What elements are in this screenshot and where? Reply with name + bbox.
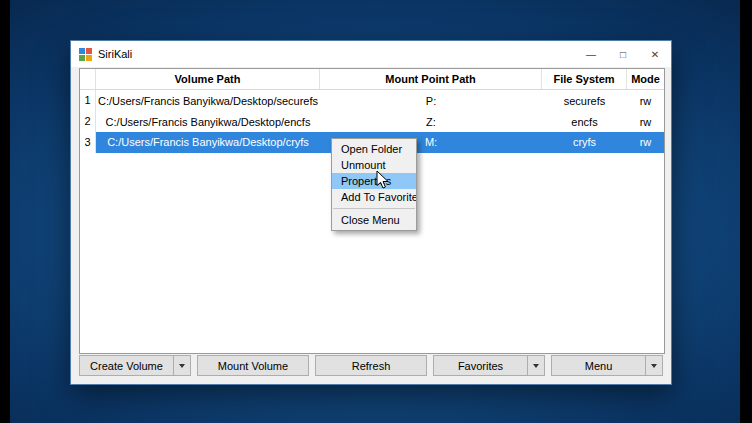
bottom-toolbar: Create Volume Mount Volume Refresh Favor… (79, 355, 663, 376)
header-corner (80, 69, 96, 89)
create-volume-label: Create Volume (80, 360, 173, 372)
close-button[interactable]: ✕ (639, 41, 671, 67)
chevron-down-icon (179, 364, 185, 368)
maximize-button[interactable]: □ (607, 41, 639, 67)
header-mount-point-path[interactable]: Mount Point Path (320, 69, 542, 89)
menu-dropdown[interactable] (645, 356, 662, 375)
window-controls: — □ ✕ (575, 41, 671, 67)
favorites-button[interactable]: Favorites (433, 355, 545, 376)
mount-volume-button[interactable]: Mount Volume (197, 355, 309, 376)
cell-mount-point: Z: (320, 116, 542, 128)
menu-item-unmount[interactable]: Unmount (332, 157, 416, 173)
cell-volume-path: C:/Users/Francis Banyikwa/Desktop/encfs (96, 116, 320, 128)
header-file-system[interactable]: File System (542, 69, 627, 89)
table-row[interactable]: 2 C:/Users/Francis Banyikwa/Desktop/encf… (80, 111, 664, 132)
create-volume-button[interactable]: Create Volume (79, 355, 191, 376)
favorites-label: Favorites (434, 360, 527, 372)
mount-volume-label: Mount Volume (198, 360, 308, 372)
chevron-down-icon (533, 364, 539, 368)
refresh-label: Refresh (316, 360, 426, 372)
cell-volume-path: C:/Users/Francis Banyikwa/Desktop/secure… (96, 95, 320, 107)
desktop-wallpaper: SiriKali — □ ✕ Volume Path Mount Point P… (10, 0, 740, 423)
cell-mode: rw (627, 116, 664, 128)
title-bar[interactable]: SiriKali — □ ✕ (71, 41, 671, 67)
cell-file-system: cryfs (542, 132, 627, 153)
window-title: SiriKali (98, 48, 132, 60)
header-mode[interactable]: Mode (627, 69, 664, 89)
favorites-dropdown[interactable] (527, 356, 544, 375)
menu-item-add-to-favorites[interactable]: Add To Favorites (332, 189, 416, 205)
cell-volume-path: C:/Users/Francis Banyikwa/Desktop/cryfs (96, 132, 320, 153)
menu-button[interactable]: Menu (551, 355, 663, 376)
cell-mount-point: P: (320, 95, 542, 107)
menu-label: Menu (552, 360, 645, 372)
row-number[interactable]: 2 (80, 111, 96, 132)
table-row[interactable]: 1 C:/Users/Francis Banyikwa/Desktop/secu… (80, 90, 664, 111)
table-header-row: Volume Path Mount Point Path File System… (80, 69, 664, 90)
menu-item-properties[interactable]: Properties (332, 173, 416, 189)
create-volume-dropdown[interactable] (173, 356, 190, 375)
mouse-cursor-icon (376, 170, 390, 190)
row-number[interactable]: 3 (80, 132, 96, 153)
cell-file-system: encfs (542, 116, 627, 128)
app-icon (79, 48, 92, 61)
refresh-button[interactable]: Refresh (315, 355, 427, 376)
context-menu: Open Folder Unmount Properties Add To Fa… (331, 138, 417, 231)
cell-mode: rw (627, 132, 664, 153)
header-volume-path[interactable]: Volume Path (96, 69, 320, 89)
chevron-down-icon (651, 364, 657, 368)
minimize-button[interactable]: — (575, 41, 607, 67)
menu-item-close-menu[interactable]: Close Menu (332, 212, 416, 228)
menu-separator (333, 208, 415, 209)
row-number[interactable]: 1 (80, 90, 96, 111)
cell-mode: rw (627, 95, 664, 107)
cell-file-system: securefs (542, 95, 627, 107)
sirikali-window: SiriKali — □ ✕ Volume Path Mount Point P… (70, 40, 672, 385)
menu-item-open-folder[interactable]: Open Folder (332, 141, 416, 157)
